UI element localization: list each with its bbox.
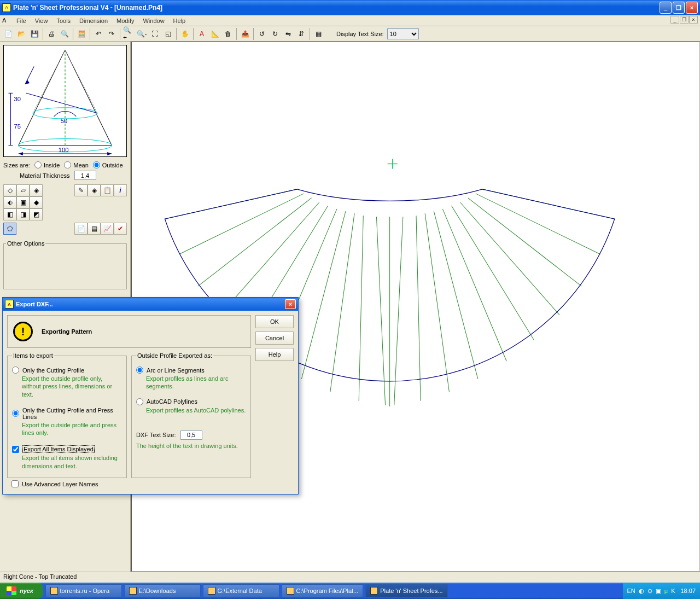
view-icon-3[interactable]: ◈ <box>30 184 43 196</box>
task-external[interactable]: G:\External Data <box>203 584 279 597</box>
help-button[interactable]: Help <box>255 348 294 361</box>
save-icon[interactable]: 💾 <box>28 28 40 40</box>
tray-icon-3[interactable]: ▣ <box>656 588 661 595</box>
radio-arc-segments[interactable] <box>136 367 143 374</box>
zoom-window-icon[interactable]: ◱ <box>162 28 174 40</box>
radio-cutting-profile[interactable] <box>12 367 19 374</box>
grid-icon[interactable]: ▦ <box>312 28 324 40</box>
opera-icon <box>50 587 58 595</box>
svg-line-36 <box>476 194 600 254</box>
redo-icon[interactable]: ↷ <box>106 28 118 40</box>
tray-icon-4[interactable]: μ <box>664 588 668 594</box>
dxf-text-size-input[interactable] <box>180 431 202 440</box>
display-text-size-select[interactable]: 10 <box>387 28 419 39</box>
status-text: Right Cone - Top Truncated <box>3 573 77 580</box>
delete-icon[interactable]: 🗑 <box>222 28 234 40</box>
opt-label-2: Only the Cutting Profile and Press Lines <box>22 407 122 420</box>
task-plate[interactable]: Plate 'n' Sheet Profes... <box>365 584 447 597</box>
window-title: Plate 'n' Sheet Professional V4 - [Unnam… <box>13 4 660 11</box>
report-icon[interactable]: 📋 <box>101 184 114 196</box>
pan-icon[interactable]: ✋ <box>179 28 191 40</box>
check-icon[interactable]: ✔ <box>114 223 127 235</box>
svg-marker-13 <box>19 152 23 155</box>
size-inside[interactable]: Inside <box>32 161 60 168</box>
view-icon-7[interactable]: ◧ <box>3 208 16 220</box>
view-icon-5[interactable]: ▣ <box>16 196 30 208</box>
mirror-v-icon[interactable]: ⇵ <box>295 28 307 40</box>
view-icon-6[interactable]: ◆ <box>30 196 43 208</box>
minimize-button[interactable]: _ <box>660 2 672 14</box>
list-icon[interactable]: 📄 <box>74 223 88 235</box>
undo-icon[interactable]: ↶ <box>92 28 104 40</box>
rotate-left-icon[interactable]: ↺ <box>256 28 268 40</box>
svg-line-28 <box>394 217 403 405</box>
crosshair-icon <box>388 159 398 168</box>
task-opera[interactable]: torrents.ru - Opera <box>45 584 122 597</box>
view-icon-1[interactable]: ◇ <box>3 184 16 196</box>
zoom-fit-icon[interactable]: ⛶ <box>149 28 161 40</box>
size-mean[interactable]: Mean <box>62 161 89 168</box>
view-icon-2[interactable]: ▱ <box>16 184 30 196</box>
edit-icon[interactable]: ✎ <box>74 184 88 196</box>
system-tray[interactable]: EN ◐ ⊙ ▣ μ K 18:07 <box>623 583 701 599</box>
menu-modify[interactable]: Modify <box>112 16 138 25</box>
lang-indicator[interactable]: EN <box>627 588 635 594</box>
task-downloads[interactable]: E:\Downloads <box>124 584 201 597</box>
graph-icon[interactable]: 📈 <box>101 223 114 235</box>
task-progfiles[interactable]: C:\Program Files\Plat... <box>282 584 364 597</box>
new-icon[interactable]: 📄 <box>2 28 14 40</box>
menu-dimension[interactable]: Dimension <box>75 16 112 25</box>
pattern-icon[interactable]: ⬠ <box>3 223 16 235</box>
radio-cutting-press[interactable] <box>12 410 19 417</box>
mdi-restore[interactable]: ❐ <box>680 16 689 24</box>
tray-clock[interactable]: 18:07 <box>680 588 696 594</box>
tray-icon-2[interactable]: ⊙ <box>648 588 652 595</box>
cube-icon[interactable]: ◈ <box>88 184 101 196</box>
print-preview-icon[interactable]: 🔍 <box>59 28 71 40</box>
mirror-h-icon[interactable]: ⇋ <box>282 28 294 40</box>
menu-tools[interactable]: Tools <box>52 16 75 25</box>
zoom-out-icon[interactable]: 🔍- <box>136 28 148 40</box>
menu-view[interactable]: View <box>31 16 52 25</box>
info-icon[interactable]: i <box>114 184 127 196</box>
menu-window[interactable]: Window <box>138 16 168 25</box>
app-task-icon <box>370 587 378 595</box>
tray-icon-1[interactable]: ◐ <box>639 588 644 595</box>
calc-icon[interactable]: 🧮 <box>75 28 88 40</box>
cancel-button[interactable]: Cancel <box>255 332 294 345</box>
menu-bar: A File View Tools Dimension Modify Windo… <box>0 15 700 26</box>
view-icon-4[interactable]: ⬖ <box>3 196 16 208</box>
thickness-row: Material Thickness <box>20 171 127 180</box>
print-icon[interactable]: 🖨 <box>45 28 57 40</box>
export-icon[interactable]: 📤 <box>239 28 251 40</box>
thickness-input[interactable] <box>74 171 96 180</box>
measure-icon[interactable]: 📐 <box>209 28 221 40</box>
radio-polylines[interactable] <box>136 398 143 405</box>
view-icon-9[interactable]: ◩ <box>30 208 43 220</box>
menu-help[interactable]: Help <box>169 16 190 25</box>
menu-file[interactable]: File <box>12 16 31 25</box>
mdi-close[interactable]: × <box>689 16 698 24</box>
table-icon[interactable]: ▤ <box>88 223 101 235</box>
dialog-title-bar[interactable]: A Export DXF... × <box>3 298 298 311</box>
rotate-right-icon[interactable]: ↻ <box>269 28 281 40</box>
dialog-close-button[interactable]: × <box>285 299 296 309</box>
ok-button[interactable]: OK <box>255 315 294 328</box>
open-icon[interactable]: 📂 <box>15 28 27 40</box>
close-button[interactable]: × <box>686 2 698 14</box>
view-icon-8[interactable]: ◨ <box>16 208 30 220</box>
size-outside[interactable]: Outside <box>91 161 123 168</box>
opt-desc-1: Export the outside profile only, without… <box>22 375 122 398</box>
svg-marker-16 <box>25 80 30 84</box>
sizes-label: Sizes are: <box>3 162 30 168</box>
svg-line-8 <box>26 93 97 113</box>
check-export-all[interactable] <box>12 446 19 453</box>
mdi-minimize[interactable]: _ <box>670 16 679 24</box>
start-button[interactable]: пуск <box>0 583 43 599</box>
maximize-button[interactable]: ❐ <box>673 2 685 14</box>
text-a-icon[interactable]: A <box>196 28 208 40</box>
check-advanced-layers[interactable] <box>11 480 19 487</box>
tray-icon-5[interactable]: K <box>671 588 675 594</box>
zoom-in-icon[interactable]: 🔍+ <box>122 28 135 40</box>
advanced-label: Use Advanced Layer Names <box>22 481 98 487</box>
